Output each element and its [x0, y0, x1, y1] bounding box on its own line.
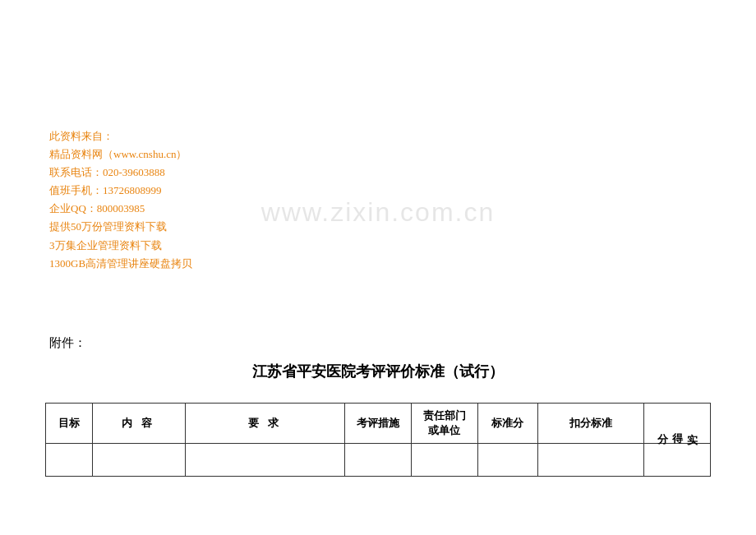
info-line-5: 企业QQ：800003985: [49, 200, 192, 218]
table-header-row: 目标 内 容 要 求 考评措施 责任部门或单位 标准分 扣分标准: [46, 404, 711, 444]
th-measure: 考评措施: [345, 404, 412, 444]
watermark: www.zixin.com.cn: [261, 197, 496, 228]
info-line-6: 提供50万份管理资料下载: [49, 218, 192, 236]
info-block: 此资料来自： 精品资料网（www.cnshu.cn） 联系电话：020-3960…: [49, 127, 192, 273]
evaluation-table: 目标 内 容 要 求 考评措施 责任部门或单位 标准分 扣分标准: [45, 403, 711, 477]
info-line-8: 1300GB高清管理讲座硬盘拷贝: [49, 255, 192, 273]
info-line-2: 精品资料网（www.cnshu.cn）: [49, 145, 192, 164]
table-empty-row: [46, 444, 711, 477]
th-require: 要 求: [185, 404, 344, 444]
info-line-7: 3万集企业管理资料下载: [49, 237, 192, 255]
main-title: 江苏省平安医院考评评价标准（试行）: [0, 362, 756, 381]
th-dept: 责任部门或单位: [411, 404, 477, 444]
th-target: 目标: [46, 404, 93, 444]
info-line-1: 此资料来自：: [49, 127, 192, 145]
th-content: 内 容: [92, 404, 185, 444]
info-line-4: 值班手机：13726808999: [49, 182, 192, 200]
table-wrapper: 目标 内 容 要 求 考评措施 责任部门或单位 标准分 扣分标准: [45, 403, 711, 477]
attachment-label: 附件：: [49, 335, 86, 351]
info-line-3: 联系电话：020-39603888: [49, 164, 192, 182]
th-deduct: 扣分标准: [537, 404, 643, 444]
th-score: 实得分: [644, 404, 711, 444]
th-std: 标准分: [477, 404, 537, 444]
page-container: 此资料来自： 精品资料网（www.cnshu.cn） 联系电话：020-3960…: [0, 0, 756, 535]
